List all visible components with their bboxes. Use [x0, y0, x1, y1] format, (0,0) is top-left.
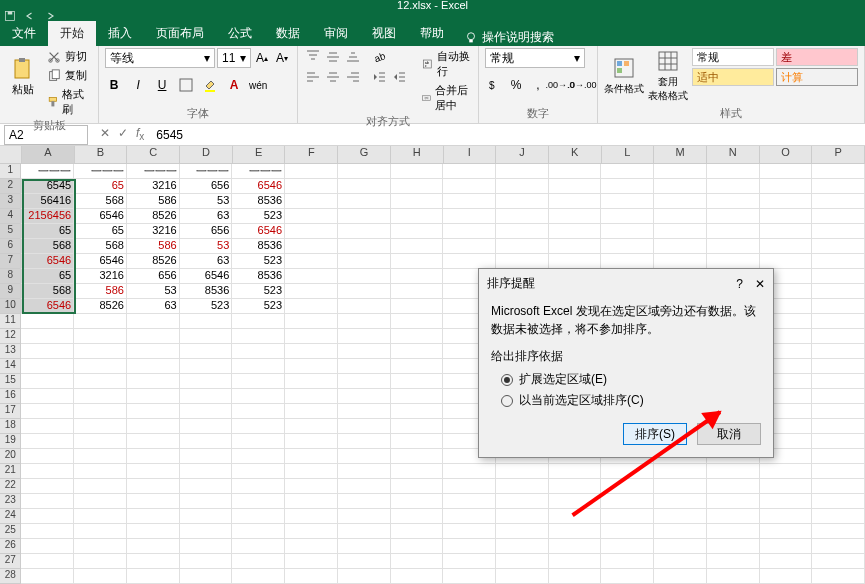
- cancel-button[interactable]: 取消: [697, 423, 761, 445]
- row-header[interactable]: 10: [0, 299, 21, 314]
- font-color-button[interactable]: A: [225, 76, 243, 94]
- cell[interactable]: [127, 509, 180, 524]
- cell[interactable]: [285, 554, 338, 569]
- cell[interactable]: [812, 464, 865, 479]
- cell[interactable]: [285, 404, 338, 419]
- cell[interactable]: 8536: [232, 269, 285, 284]
- cell[interactable]: 568: [21, 239, 74, 254]
- cell[interactable]: [127, 524, 180, 539]
- cell[interactable]: [338, 209, 391, 224]
- column-header[interactable]: H: [391, 146, 444, 164]
- cell[interactable]: [338, 224, 391, 239]
- cell[interactable]: [338, 359, 391, 374]
- row-header[interactable]: 27: [0, 554, 21, 569]
- undo-icon[interactable]: [24, 10, 36, 22]
- cell[interactable]: [232, 404, 285, 419]
- cell[interactable]: [812, 554, 865, 569]
- name-box[interactable]: A2: [4, 125, 88, 145]
- cell[interactable]: [812, 374, 865, 389]
- cell[interactable]: [654, 224, 707, 239]
- cell[interactable]: [232, 344, 285, 359]
- cell[interactable]: [812, 524, 865, 539]
- cell[interactable]: [496, 539, 549, 554]
- cell[interactable]: [338, 464, 391, 479]
- cell[interactable]: 2156456: [21, 209, 74, 224]
- cell[interactable]: [760, 194, 813, 209]
- cell[interactable]: [285, 194, 338, 209]
- cell[interactable]: [338, 449, 391, 464]
- cell[interactable]: [654, 539, 707, 554]
- cell[interactable]: [812, 254, 865, 269]
- cell[interactable]: [285, 179, 338, 194]
- cell[interactable]: 53: [127, 284, 180, 299]
- cell[interactable]: [127, 404, 180, 419]
- cell[interactable]: [180, 494, 233, 509]
- select-all-corner[interactable]: [0, 146, 22, 164]
- cell[interactable]: [180, 449, 233, 464]
- tab-view[interactable]: 视图: [360, 21, 408, 46]
- row-header[interactable]: 18: [0, 419, 21, 434]
- row-header[interactable]: 4: [0, 209, 21, 224]
- column-header[interactable]: M: [654, 146, 707, 164]
- cell[interactable]: [285, 464, 338, 479]
- cell[interactable]: [391, 494, 444, 509]
- cell[interactable]: [654, 209, 707, 224]
- cell[interactable]: [812, 359, 865, 374]
- cell[interactable]: [443, 239, 496, 254]
- column-header[interactable]: F: [285, 146, 338, 164]
- cell[interactable]: 6546: [21, 299, 74, 314]
- row-header[interactable]: 14: [0, 359, 21, 374]
- cell[interactable]: [391, 194, 444, 209]
- cell[interactable]: [232, 329, 285, 344]
- cell[interactable]: [232, 479, 285, 494]
- cell[interactable]: [285, 254, 338, 269]
- align-left-button[interactable]: [304, 68, 322, 86]
- merge-center-button[interactable]: 合并后居中: [420, 82, 472, 114]
- cell[interactable]: [707, 239, 760, 254]
- cell[interactable]: [812, 449, 865, 464]
- cell[interactable]: [391, 359, 444, 374]
- cell[interactable]: [812, 494, 865, 509]
- row-header[interactable]: 26: [0, 539, 21, 554]
- cell[interactable]: [707, 224, 760, 239]
- row-header[interactable]: 15: [0, 374, 21, 389]
- cell[interactable]: [180, 389, 233, 404]
- column-header[interactable]: O: [760, 146, 813, 164]
- cell[interactable]: [127, 374, 180, 389]
- cell[interactable]: [391, 179, 444, 194]
- cell[interactable]: [21, 464, 74, 479]
- cell[interactable]: [654, 524, 707, 539]
- cell[interactable]: [760, 509, 813, 524]
- column-header[interactable]: N: [707, 146, 760, 164]
- cell[interactable]: [391, 434, 444, 449]
- column-header[interactable]: K: [549, 146, 602, 164]
- cell[interactable]: [707, 569, 760, 584]
- cell[interactable]: [654, 254, 707, 269]
- align-bottom-button[interactable]: [344, 48, 362, 66]
- cell[interactable]: [760, 164, 813, 179]
- cell[interactable]: [443, 164, 496, 179]
- cell[interactable]: [74, 374, 127, 389]
- cell[interactable]: [21, 494, 74, 509]
- cell[interactable]: [707, 179, 760, 194]
- redo-icon[interactable]: [44, 10, 56, 22]
- cell[interactable]: [812, 284, 865, 299]
- cell[interactable]: [180, 479, 233, 494]
- cell[interactable]: [74, 314, 127, 329]
- cell[interactable]: 8526: [74, 299, 127, 314]
- cell[interactable]: [443, 509, 496, 524]
- cell[interactable]: [285, 539, 338, 554]
- cell[interactable]: [707, 164, 760, 179]
- column-header[interactable]: A: [22, 146, 75, 164]
- radio-current-selection[interactable]: 以当前选定区域排序(C): [501, 392, 761, 409]
- cut-button[interactable]: 剪切: [45, 48, 93, 65]
- cell[interactable]: [338, 554, 391, 569]
- cell[interactable]: [232, 419, 285, 434]
- tab-file[interactable]: 文件: [0, 21, 48, 46]
- cell[interactable]: 一一一: [74, 164, 127, 179]
- style-calc[interactable]: 计算: [776, 68, 858, 86]
- cell[interactable]: [760, 209, 813, 224]
- help-icon[interactable]: ?: [736, 277, 743, 291]
- cell[interactable]: 8526: [127, 254, 180, 269]
- cell[interactable]: 65: [21, 269, 74, 284]
